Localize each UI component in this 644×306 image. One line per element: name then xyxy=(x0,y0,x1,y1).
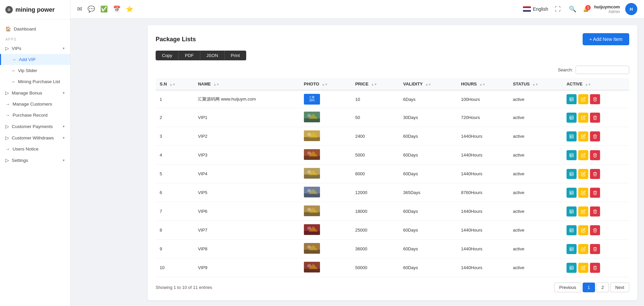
view-button[interactable] xyxy=(567,169,577,179)
cell-active xyxy=(562,240,629,258)
sidebar-item-mining-purchase[interactable]: → Mining Purchase List xyxy=(0,76,70,87)
export-toolbar: Copy PDF JSON Print xyxy=(156,51,629,60)
avatar[interactable]: H xyxy=(625,3,637,15)
col-name[interactable]: NAME ▲▼ xyxy=(194,78,300,90)
sidebar-item-label: Customer Withdraws xyxy=(12,135,54,140)
svg-rect-64 xyxy=(570,247,574,251)
sidebar-item-settings[interactable]: ▷ Settings ▾ xyxy=(0,155,70,166)
sidebar-nav: 🏠 Dashboard APPS ▷ VIPs ▾ → Add VIP → Vi… xyxy=(0,20,70,169)
edit-button[interactable] xyxy=(578,244,588,254)
next-button[interactable]: Next xyxy=(610,283,629,292)
delete-button[interactable] xyxy=(590,131,600,141)
table-header-row: S.N ▲▼ NAME ▲▼ PHOTO ▲▼ PRICE ▲▼ VALIDIT… xyxy=(156,78,629,90)
delete-button[interactable] xyxy=(590,206,600,217)
search-input[interactable] xyxy=(576,66,629,74)
edit-button[interactable] xyxy=(578,188,588,198)
view-button[interactable] xyxy=(567,206,577,217)
col-active[interactable]: ACTIVE ▲▼ xyxy=(562,78,629,90)
chat-icon[interactable]: 💬 xyxy=(88,5,95,13)
page-2-button[interactable]: 2 xyxy=(596,283,609,292)
sidebar-item-label: Customer Payments xyxy=(12,124,53,129)
user-name: huijuymcom xyxy=(594,4,620,9)
cell-photo xyxy=(300,258,351,277)
cell-price: 25000 xyxy=(351,221,399,240)
edit-button[interactable] xyxy=(578,225,588,235)
add-new-item-button[interactable]: + Add New Item xyxy=(583,33,629,45)
sidebar-item-label: VIPs xyxy=(12,46,21,51)
sidebar-item-manage-bonus[interactable]: ▷ Manage Bonus ▾ xyxy=(0,87,70,99)
sidebar-item-vip-slider[interactable]: → Vip Slider xyxy=(0,65,70,76)
cell-validity: 60Days xyxy=(399,258,457,277)
view-button[interactable] xyxy=(567,263,577,273)
pagination: Previous 1 2 Next xyxy=(554,283,629,292)
pdf-button[interactable]: PDF xyxy=(178,51,200,60)
notification-button[interactable]: 🔔 5 xyxy=(583,6,589,12)
copy-button[interactable]: Copy xyxy=(156,51,178,60)
cell-status: active xyxy=(509,258,562,277)
delete-button[interactable] xyxy=(590,150,600,160)
star-icon[interactable]: ⭐ xyxy=(126,5,133,13)
sidebar-logo: ⚙ mining power xyxy=(0,0,70,20)
fullscreen-icon[interactable]: ⛶ xyxy=(553,4,562,14)
sidebar-item-vips[interactable]: ▷ VIPs ▾ xyxy=(0,43,70,54)
sidebar-item-dashboard[interactable]: 🏠 Dashboard xyxy=(0,23,70,35)
previous-button[interactable]: Previous xyxy=(554,283,581,292)
col-validity[interactable]: VALIDITY ▲▼ xyxy=(399,78,457,90)
chevron-down-icon: ▾ xyxy=(63,124,65,129)
sidebar-item-purchase-record[interactable]: → Purchase Record xyxy=(0,110,70,121)
chevron-down-icon: ▾ xyxy=(63,136,65,140)
language-selector[interactable]: English xyxy=(523,6,548,12)
view-button[interactable] xyxy=(567,188,577,198)
cell-name: VIP4 xyxy=(194,165,300,183)
view-button[interactable] xyxy=(567,131,577,141)
cell-sn: 4 xyxy=(156,146,194,165)
cell-hours: 1440Hours xyxy=(457,165,509,183)
cell-status: active xyxy=(509,202,562,221)
json-button[interactable]: JSON xyxy=(200,51,224,60)
edit-button[interactable] xyxy=(578,113,588,123)
cell-name: VIP5 xyxy=(194,183,300,202)
delete-button[interactable] xyxy=(590,113,600,123)
sidebar-item-customer-payments[interactable]: ▷ Customer Payments ▾ xyxy=(0,121,70,132)
col-hours[interactable]: HOURS ▲▼ xyxy=(457,78,509,90)
edit-button[interactable] xyxy=(578,94,588,104)
notification-badge: 5 xyxy=(585,5,591,10)
delete-button[interactable] xyxy=(590,263,600,273)
topbar-nav-icons: ✉ 💬 ✅ 📅 ⭐ xyxy=(77,5,133,13)
col-sn[interactable]: S.N ▲▼ xyxy=(156,78,194,90)
package-table: S.N ▲▼ NAME ▲▼ PHOTO ▲▼ PRICE ▲▼ VALIDIT… xyxy=(156,78,629,277)
svg-rect-8 xyxy=(570,116,574,119)
view-button[interactable] xyxy=(567,225,577,235)
search-icon[interactable]: 🔍 xyxy=(568,4,578,14)
table-row: 7 VIP6 18000 60Days 1440Hours active xyxy=(156,202,629,221)
col-photo[interactable]: PHOTO ▲▼ xyxy=(300,78,351,90)
view-button[interactable] xyxy=(567,94,577,104)
sidebar-item-users-notice[interactable]: → Users Notice xyxy=(0,143,70,155)
calendar-icon[interactable]: 📅 xyxy=(113,5,120,13)
col-price[interactable]: PRICE ▲▼ xyxy=(351,78,399,90)
table-row: 4 VIP3 5000 60Days 1440Hours active xyxy=(156,146,629,165)
delete-button[interactable] xyxy=(590,169,600,179)
sidebar-item-manage-customers[interactable]: → Manage Customers xyxy=(0,99,70,110)
sidebar-item-customer-withdraws[interactable]: ▷ Customer Withdraws ▾ xyxy=(0,132,70,143)
edit-button[interactable] xyxy=(578,206,588,217)
edit-button[interactable] xyxy=(578,169,588,179)
delete-button[interactable] xyxy=(590,188,600,198)
triangle-icon: ▷ xyxy=(5,90,9,96)
view-button[interactable] xyxy=(567,113,577,123)
task-icon[interactable]: ✅ xyxy=(100,5,108,13)
sidebar-item-add-vip[interactable]: → Add VIP xyxy=(0,54,70,65)
col-status[interactable]: STATUS ▲▼ xyxy=(509,78,562,90)
edit-button[interactable] xyxy=(578,263,588,273)
mail-icon[interactable]: ✉ xyxy=(77,5,82,13)
edit-button[interactable] xyxy=(578,150,588,160)
delete-button[interactable] xyxy=(590,94,600,104)
view-button[interactable] xyxy=(567,244,577,254)
print-button[interactable]: Print xyxy=(224,51,246,60)
view-button[interactable] xyxy=(567,150,577,160)
page-1-button[interactable]: 1 xyxy=(583,283,595,292)
delete-button[interactable] xyxy=(590,244,600,254)
cell-price: 5000 xyxy=(351,146,399,165)
edit-button[interactable] xyxy=(578,131,588,141)
delete-button[interactable] xyxy=(590,225,600,235)
